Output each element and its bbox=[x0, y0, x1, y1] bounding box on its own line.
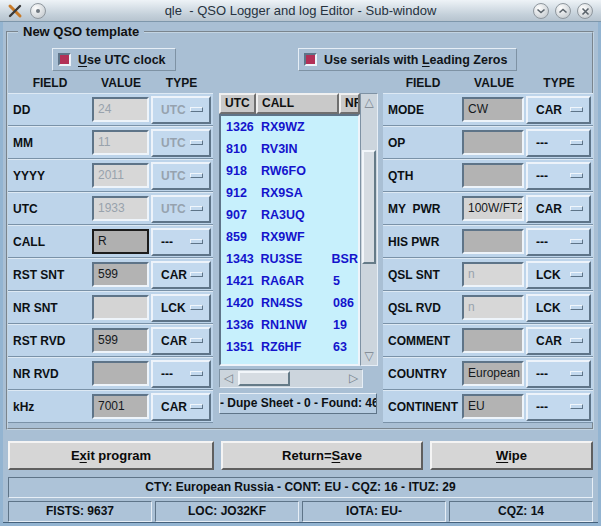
field-value-input[interactable] bbox=[462, 163, 524, 188]
status-cell: LOC: JO32KF bbox=[155, 501, 299, 522]
field-value-input[interactable] bbox=[462, 328, 524, 353]
field-value-input[interactable]: 599 bbox=[92, 328, 149, 353]
option-menu-glyph bbox=[570, 305, 583, 310]
utc-column-header[interactable]: UTC bbox=[219, 93, 256, 114]
nr-cell: 5 bbox=[333, 274, 358, 288]
field-type-dropdown[interactable]: --- bbox=[526, 360, 591, 388]
dupe-sheet-list: UTC CALL NR R 1326RX9WZ810RV3IN918RW6FO9… bbox=[219, 93, 360, 366]
vertical-scrollbar[interactable]: △ ▽ bbox=[360, 93, 378, 366]
field-value-input: n bbox=[462, 295, 524, 320]
utc-cell: 1422 bbox=[221, 362, 261, 366]
scroll-left-icon[interactable]: ◁ bbox=[220, 370, 237, 387]
field-value-input[interactable]: 7001 bbox=[92, 394, 149, 419]
dupe-sheet-row[interactable]: 1343RU3SEBSR bbox=[221, 248, 358, 270]
field-label: NR SNT bbox=[8, 301, 92, 315]
field-value-input[interactable] bbox=[92, 361, 149, 386]
close-button[interactable] bbox=[577, 3, 593, 19]
field-type-dropdown[interactable]: LCK bbox=[526, 294, 591, 322]
field-row: MM11UTC bbox=[8, 126, 213, 159]
leading-zeros-checkbox[interactable]: Use serials with Leading Zeros bbox=[298, 48, 517, 71]
app-window: qle - QSO Logger and log Editor - Sub-wi… bbox=[0, 0, 601, 526]
field-value-input[interactable]: EU bbox=[462, 394, 524, 419]
option-menu-glyph bbox=[570, 206, 583, 211]
dropdown-value: --- bbox=[536, 367, 548, 381]
field-value-input[interactable]: 599 bbox=[92, 262, 149, 287]
field-type-dropdown[interactable]: CAR bbox=[526, 96, 591, 124]
shade-button[interactable] bbox=[533, 3, 549, 19]
dropdown-value: UTC bbox=[161, 136, 186, 150]
option-menu-glyph bbox=[570, 140, 583, 145]
right-column-headers: FIELD VALUE TYPE bbox=[383, 76, 593, 90]
field-type-dropdown[interactable]: CAR bbox=[151, 261, 211, 289]
option-menu-glyph bbox=[190, 371, 203, 376]
field-value-input[interactable] bbox=[462, 229, 524, 254]
utc-cell: 810 bbox=[221, 142, 261, 156]
field-type-dropdown[interactable]: LCK bbox=[151, 294, 211, 322]
status-cell: CQZ: 14 bbox=[449, 501, 593, 522]
dupe-sheet-row[interactable]: 1420RN4SS086 bbox=[221, 292, 358, 314]
field-type-dropdown[interactable]: --- bbox=[526, 162, 591, 190]
checkbox-check-icon bbox=[304, 53, 317, 66]
field-label: MM bbox=[8, 136, 92, 150]
dupe-sheet-row[interactable]: 907RA3UQ bbox=[221, 204, 358, 226]
dropdown-value: UTC bbox=[161, 103, 186, 117]
field-type-dropdown[interactable]: --- bbox=[526, 228, 591, 256]
horizontal-scrollbar-thumb[interactable] bbox=[238, 371, 290, 386]
field-type-dropdown[interactable]: CAR bbox=[526, 195, 591, 223]
dupe-sheet-row[interactable]: 1422RK3SWN bbox=[221, 358, 358, 366]
checkbox-label: Use UTC clock bbox=[78, 53, 166, 67]
field-value-input[interactable]: R bbox=[92, 229, 149, 254]
field-type-dropdown[interactable]: CAR bbox=[151, 393, 211, 421]
call-column-header[interactable]: CALL bbox=[256, 93, 339, 114]
scroll-down-icon[interactable]: ▽ bbox=[361, 348, 377, 365]
close-icon bbox=[581, 7, 590, 16]
field-type-dropdown: UTC bbox=[151, 195, 211, 223]
call-cell: RN1NW bbox=[261, 318, 333, 332]
field-type-dropdown[interactable]: --- bbox=[526, 393, 591, 421]
right-field-rows: MODECWCAROP---QTH---MY PWR100W/FT2CARHIS… bbox=[383, 93, 593, 423]
dupe-sheet-row[interactable]: 859RX9WF bbox=[221, 226, 358, 248]
dropdown-value: LCK bbox=[536, 301, 561, 315]
dupe-sheet-row[interactable]: 918RW6FO bbox=[221, 160, 358, 182]
horizontal-scrollbar[interactable]: ◁ ▷ bbox=[219, 369, 363, 388]
option-menu-glyph bbox=[570, 173, 583, 178]
field-type-dropdown[interactable]: LCK bbox=[526, 261, 591, 289]
field-type-dropdown[interactable]: --- bbox=[151, 360, 211, 388]
field-type-dropdown[interactable]: --- bbox=[526, 129, 591, 157]
dupe-sheet-rows[interactable]: 1326RX9WZ810RV3IN918RW6FO912RX9SA907RA3U… bbox=[219, 114, 360, 366]
dropdown-value: CAR bbox=[161, 268, 187, 282]
dupe-sheet-panel: UTC CALL NR R 1326RX9WZ810RV3IN918RW6FO9… bbox=[219, 93, 378, 366]
dupe-sheet-row[interactable]: 1336RN1NW19 bbox=[221, 314, 358, 336]
pin-icon bbox=[36, 9, 40, 13]
window-title: qle - QSO Logger and log Editor - Sub-wi… bbox=[0, 3, 601, 18]
dupe-sheet-row[interactable]: 912RX9SA bbox=[221, 182, 358, 204]
field-value-input[interactable]: 100W/FT2 bbox=[462, 196, 524, 221]
nr-column-header[interactable]: NR R bbox=[339, 93, 360, 114]
option-menu-glyph bbox=[570, 107, 583, 112]
field-type-dropdown[interactable]: CAR bbox=[151, 327, 211, 355]
field-type-dropdown[interactable]: CAR bbox=[526, 327, 591, 355]
dupe-sheet-row[interactable]: 1351RZ6HF63 bbox=[221, 336, 358, 358]
return-save-button[interactable]: Return=Save bbox=[221, 441, 423, 470]
field-value-input[interactable] bbox=[92, 295, 149, 320]
dupe-sheet-row[interactable]: 810RV3IN bbox=[221, 138, 358, 160]
vertical-scrollbar-thumb[interactable] bbox=[362, 150, 376, 264]
field-value-input[interactable]: CW bbox=[462, 97, 524, 122]
field-value-input[interactable] bbox=[462, 130, 524, 155]
scroll-right-icon[interactable]: ▷ bbox=[345, 370, 362, 387]
field-row: HIS PWR--- bbox=[383, 225, 593, 258]
dupe-sheet-row[interactable]: 1326RX9WZ bbox=[221, 116, 358, 138]
country-status-bar: CTY: European Russia - CONT: EU - CQZ: 1… bbox=[8, 477, 593, 498]
use-utc-clock-checkbox[interactable]: Use UTC clock bbox=[52, 48, 176, 71]
dropdown-value: LCK bbox=[536, 268, 561, 282]
scroll-up-icon[interactable]: △ bbox=[361, 94, 377, 111]
dupe-sheet-row[interactable]: 1421RA6AR5 bbox=[221, 270, 358, 292]
field-label: CALL bbox=[8, 235, 92, 249]
call-cell: RX9WZ bbox=[261, 120, 333, 134]
field-value-input[interactable]: European bbox=[462, 361, 524, 386]
maximize-button[interactable] bbox=[555, 3, 571, 19]
field-type-dropdown[interactable]: --- bbox=[151, 228, 211, 256]
pin-button[interactable] bbox=[30, 3, 46, 19]
exit-program-button[interactable]: Exit program bbox=[8, 441, 214, 470]
wipe-button[interactable]: Wipe bbox=[430, 441, 593, 470]
